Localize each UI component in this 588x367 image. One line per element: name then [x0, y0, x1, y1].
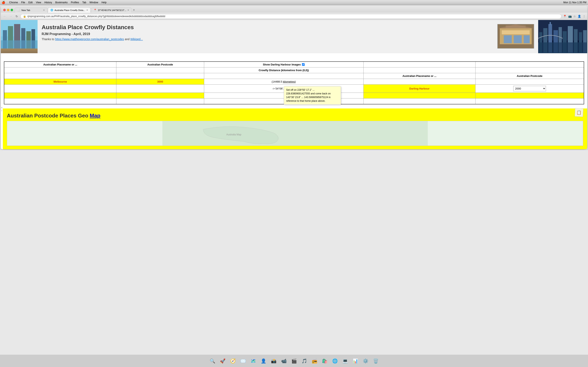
show-images-label: Show Darling Harbour Images — [263, 63, 301, 66]
col3-header-row2: Crowfly Distance (kilometres from (0,0)) — [204, 67, 363, 73]
menu-tab[interactable]: Tab — [82, 1, 86, 4]
tab-new-tab[interactable]: ⬜ New Tab ✕ — [15, 7, 47, 13]
map-link[interactable]: Map — [90, 113, 100, 119]
table-row-1: Melbourne 3000 (14488.5 kilometres) Set … — [4, 79, 584, 85]
table-header-row-3: Australian Placename or ... Australian P… — [4, 73, 584, 79]
empty-1 — [4, 99, 116, 104]
menu-icon[interactable]: ⋮ — [583, 15, 586, 18]
col1-r2 — [4, 85, 116, 93]
postcode-select[interactable]: 2000 2001 2002 2010 2020 — [513, 86, 546, 91]
menu-bar: 🍎 Chrome File Edit View History Bookmark… — [0, 0, 588, 5]
postcode-dropdown-cell: 2000 2001 2002 2010 2020 — [475, 85, 584, 93]
svg-rect-8 — [1, 40, 38, 49]
svg-rect-31 — [162, 121, 428, 146]
title-bar: ⬜ New Tab ✕ 🌐 Australia Place Crowfly Di… — [1, 6, 587, 13]
new-tab-favicon: ⬜ — [17, 9, 20, 11]
svg-rect-30 — [538, 42, 587, 53]
col5-header: Australian Postcode — [475, 73, 584, 79]
main-table: Australian Placename or ... Australian P… — [4, 61, 584, 104]
col4-empty-r2 — [363, 67, 475, 73]
thanks-link-2[interactable]: Wikiped... — [130, 38, 143, 41]
header-thanks: Thanks to https://www.matthewproctor.com… — [42, 38, 493, 41]
back-button[interactable]: ← — [2, 14, 7, 18]
spacer — [1, 53, 587, 59]
page-subtitle: RJM Programming - April, 2019 — [42, 32, 493, 36]
maximize-button[interactable] — [11, 9, 13, 11]
svg-rect-12 — [504, 35, 512, 43]
tabs-bar: ⬜ New Tab ✕ 🌐 Australia Place Crowfly Di… — [15, 7, 585, 13]
tab-maps[interactable]: 📍 37°45'48.9"N 144°56'32.0"... ✕ — [91, 7, 132, 13]
apple-menu[interactable]: 🍎 — [2, 1, 5, 4]
col1-header: Australian Placename or ... — [4, 62, 116, 67]
yellow-empty-1 — [4, 93, 116, 99]
tooltip-box: Set off on 228°50' 17.1" ... 228.8380900… — [284, 86, 341, 105]
menu-view[interactable]: View — [36, 1, 41, 4]
australia-tab-favicon: 🌐 — [51, 9, 53, 11]
menu-history[interactable]: History — [44, 1, 52, 4]
tab-maps-close[interactable]: ✕ — [127, 9, 129, 11]
col1-header-r2 — [4, 67, 116, 73]
account-icon[interactable]: 👤 — [578, 15, 581, 18]
traffic-lights — [3, 9, 13, 11]
tooltip-line2: 228.83809001427555 and come back on — [286, 92, 339, 95]
system-time: Mon 11 Nov 1:35 PM — [563, 1, 586, 4]
col2-r2 — [116, 85, 204, 93]
map-area: Australia Map — [7, 121, 583, 146]
address-bar[interactable]: 🔒 rjmprogramming.com.au/PHP/australia_pl… — [20, 14, 562, 19]
menu-chrome[interactable]: Chrome — [9, 1, 18, 4]
table-header-row-1: Australian Placename or ... Australian P… — [4, 62, 584, 67]
yellow-banner-wrapper: ^↑ Australian Postcode Places Geo Map Au… — [1, 106, 587, 149]
col2-header: Australian Postcode — [116, 62, 204, 67]
yellow-empty-4 — [475, 93, 584, 99]
center-image — [497, 24, 534, 49]
right-col4-empty — [363, 79, 475, 85]
main-table-container: Australian Placename or ... Australian P… — [1, 59, 587, 106]
page-content: Australia Place Crowfly Distances RJM Pr… — [1, 20, 587, 149]
tab-australia-close[interactable]: ✕ — [86, 9, 88, 11]
tab-new-tab-close[interactable]: ✕ — [43, 9, 45, 11]
tooltip-line3: 143°30' 23.8" ... 143.50660585875124 in — [286, 95, 339, 99]
scroll-indicator: ^↑ — [1, 106, 3, 112]
right-col5-empty — [475, 79, 584, 85]
refresh-button[interactable]: ↻ — [15, 14, 19, 18]
forward-button[interactable]: → — [9, 14, 13, 18]
distance-cell: (14488.5 kilometres) Set off on 228°50' … — [204, 79, 363, 85]
svg-rect-11 — [502, 30, 530, 34]
page-main-title: Australia Place Crowfly Distances — [42, 24, 493, 31]
bookmark-icon[interactable]: ☆ — [573, 15, 576, 18]
yellow-empty-3 — [363, 93, 475, 99]
distance-value: (14488.5 kilometres) — [272, 80, 296, 83]
sticky-note-icon: 📋 — [575, 108, 583, 117]
toolbar-icons: 📍 📺 ☆ 👤 ⋮ — [563, 15, 586, 18]
postcode-3000: 3000 — [116, 79, 204, 85]
tab-australia-label: Australia Place Crowfly Dista... — [54, 9, 85, 11]
header-image-left — [1, 20, 38, 53]
close-button[interactable] — [3, 9, 6, 11]
yellow-banner-title: Australian Postcode Places Geo Map — [7, 113, 583, 119]
menu-profiles[interactable]: Profiles — [71, 1, 79, 4]
url-text: rjmprogramming.com.au/PHP/australia_plac… — [27, 15, 559, 18]
menu-window[interactable]: Window — [89, 1, 98, 4]
tab-australia[interactable]: 🌐 Australia Place Crowfly Dista... ✕ — [48, 7, 91, 13]
col2-header-r3 — [116, 73, 204, 79]
header-text: Australia Place Crowfly Distances RJM Pr… — [42, 24, 493, 41]
tab-new-tab-label: New Tab — [21, 9, 42, 11]
minimize-button[interactable] — [7, 9, 9, 11]
right-placename: Darling Harbour — [363, 85, 475, 93]
thanks-link-1[interactable]: https://www.matthewproctor.com/australia… — [55, 38, 124, 41]
menu-bookmarks[interactable]: Bookmarks — [55, 1, 68, 4]
col3-header-r3 — [204, 73, 363, 79]
lock-icon: 🔒 — [23, 15, 26, 18]
tab-maps-label: 37°45'48.9"N 144°56'32.0"... — [98, 9, 126, 11]
svg-rect-14 — [524, 35, 530, 43]
show-images-checkbox[interactable] — [302, 63, 305, 66]
menu-file[interactable]: File — [21, 1, 25, 4]
menu-edit[interactable]: Edit — [28, 1, 33, 4]
page-header: Australia Place Crowfly Distances RJM Pr… — [1, 20, 587, 53]
empty-2 — [116, 99, 204, 104]
col1-header-r3 — [4, 73, 116, 79]
menu-help[interactable]: Help — [102, 1, 107, 4]
new-tab-button[interactable]: + — [132, 7, 136, 13]
tooltip-line4: reference to that home place above. — [286, 99, 339, 103]
col5-empty-header — [475, 62, 584, 67]
